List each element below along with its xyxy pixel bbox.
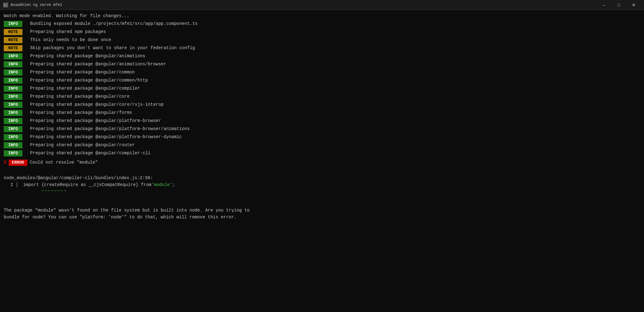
spacer1	[4, 167, 640, 174]
badge-info: INFO	[4, 142, 22, 148]
error-line: X ERROR Could not resolve "module"	[4, 158, 640, 167]
message-line2: bundle for node? You can use "platform: …	[4, 214, 640, 221]
error-badge: ERROR	[9, 160, 27, 166]
line-text: Preparing shared package @angular/core	[25, 94, 130, 100]
line-text: Preparing shared package @angular/router	[25, 142, 135, 148]
badge-info: INFO	[4, 134, 22, 140]
line-text: Preparing shared package @angular/core/r…	[25, 102, 163, 108]
line-text: Preparing shared package @angular/platfo…	[25, 126, 190, 132]
close-button[interactable]: ✕	[627, 0, 641, 10]
code-string: 'module'	[151, 182, 172, 188]
terminal-line: INFO Bundling exposed module ./projects/…	[4, 21, 640, 29]
window-controls: – □ ✕	[597, 0, 641, 10]
badge-info: INFO	[4, 86, 22, 92]
line-text: Preparing shared package @angular/platfo…	[25, 134, 182, 140]
badge-info: INFO	[4, 53, 22, 59]
terminal-line: NOTE Skip packages you don't want to sha…	[4, 45, 640, 53]
line-text: Preparing shared package @angular/common…	[25, 77, 148, 84]
terminal-line: INFO Preparing shared package @angular/c…	[4, 150, 640, 158]
badge-note: NOTE	[4, 37, 22, 43]
badge-info: INFO	[4, 126, 22, 132]
line-text: Preparing shared package @angular/animat…	[25, 61, 166, 68]
terminal-line: INFO Preparing shared package @angular/c…	[4, 77, 640, 85]
terminal-lines: INFO Bundling exposed module ./projects/…	[4, 21, 640, 158]
terminal-line: INFO Preparing shared package @angular/c…	[4, 85, 640, 93]
terminal-line: INFO Preparing shared package @angular/p…	[4, 126, 640, 134]
terminal-line: INFO Preparing shared package @angular/p…	[4, 118, 640, 126]
line-text: Skip packages you don't want to share in…	[25, 45, 195, 51]
minimize-button[interactable]: –	[597, 0, 611, 10]
badge-note: NOTE	[4, 29, 22, 35]
maximize-button[interactable]: □	[612, 0, 626, 10]
terminal-line: INFO Preparing shared package @angular/a…	[4, 61, 640, 69]
line-text: Preparing shared package @angular/animat…	[25, 53, 145, 59]
badge-info: INFO	[4, 102, 22, 108]
badge-info: INFO	[4, 77, 22, 84]
file-path: node_modules/@angular/compiler-cli/bundl…	[4, 175, 153, 181]
error-x-icon: X	[4, 159, 7, 166]
line-text: Preparing shared package @angular/platfo…	[25, 118, 161, 124]
line-text: Preparing shared package @angular/compil…	[25, 150, 150, 156]
line-text: Preparing shared package @angular/forms	[25, 110, 132, 116]
pipe-separator: │	[16, 182, 18, 188]
file-path-line: node_modules/@angular/compiler-cli/bundl…	[4, 175, 640, 182]
badge-info: INFO	[4, 69, 22, 76]
terminal-line: INFO Preparing shared package @angular/c…	[4, 101, 640, 109]
terminal-line: INFO Preparing shared package @angular/c…	[4, 69, 640, 77]
badge-info: INFO	[4, 150, 22, 156]
badge-info: INFO	[4, 94, 22, 100]
code-after: ;	[172, 182, 175, 188]
title-bar: C:\ Auswählen ng serve mfe1 – □ ✕	[0, 0, 644, 10]
line-text: This only needs to be done once	[25, 37, 111, 43]
badge-info: INFO	[4, 21, 22, 27]
code-snippet-line: 2 │ import {createRequire as __cjsCompat…	[4, 182, 640, 189]
terminal-output: Watch mode enabled. Watching for file ch…	[0, 10, 644, 312]
spacer2	[4, 196, 640, 202]
terminal-line: INFO Preparing shared package @angular/r…	[4, 142, 640, 150]
tilde-underline: ~~~~~~~~	[4, 188, 640, 194]
code-context: node_modules/@angular/compiler-cli/bundl…	[4, 174, 640, 196]
message-line1: The package "module" wasn't found on the…	[4, 207, 640, 214]
line-text: Preparing shared package @angular/compil…	[25, 86, 140, 92]
window-title: Auswählen ng serve mfe1	[11, 3, 597, 7]
terminal-line: INFO Preparing shared package @angular/p…	[4, 134, 640, 142]
code-before: import {createRequire as __cjsCompatRequ…	[23, 182, 151, 188]
terminal-line: NOTE Preparing shared npm packages	[4, 29, 640, 37]
terminal-line: INFO Preparing shared package @angular/f…	[4, 109, 640, 118]
badge-note: NOTE	[4, 45, 22, 51]
line-number: 2	[4, 182, 13, 188]
badge-info: INFO	[4, 110, 22, 116]
badge-info: INFO	[4, 118, 22, 124]
terminal-line: INFO Preparing shared package @angular/c…	[4, 93, 640, 101]
line-text: Preparing shared package @angular/common	[25, 69, 135, 76]
error-message: Could not resolve "module"	[30, 160, 98, 166]
badge-info: INFO	[4, 61, 22, 68]
line-text: Preparing shared npm packages	[25, 29, 106, 35]
message-block: The package "module" wasn't found on the…	[4, 207, 640, 221]
terminal-icon: C:\	[3, 2, 8, 7]
watch-line: Watch mode enabled. Watching for file ch…	[4, 12, 640, 21]
terminal-line: INFO Preparing shared package @angular/a…	[4, 53, 640, 61]
line-text: Bundling exposed module ./projects/mfe1/…	[25, 21, 198, 27]
svg-text:C:\: C:\	[4, 4, 8, 7]
terminal-line: NOTE This only needs to be done once	[4, 37, 640, 45]
